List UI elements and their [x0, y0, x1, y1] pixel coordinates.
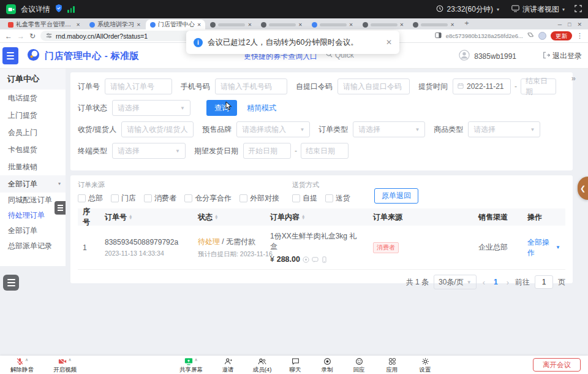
view-mode-caret-icon[interactable]: ▾ — [562, 7, 565, 12]
browser-tab[interactable]: ✕ — [358, 20, 409, 29]
reload-icon[interactable]: ↻ — [29, 32, 36, 40]
sidebar-item-hq-dispatch-records[interactable]: 总部派单记录 — [0, 239, 66, 254]
sidebar-item-batch-verify[interactable]: 批量核销 — [0, 158, 66, 175]
sidebar-item-cardbag-pickup[interactable]: 卡包提货 — [0, 141, 66, 158]
floating-menu-widget[interactable] — [3, 275, 19, 291]
current-page-number[interactable]: 1 — [491, 278, 500, 286]
sort-icon[interactable]: ▲▼ — [129, 215, 132, 220]
ship-start-date-picker[interactable]: 开始日期 — [243, 143, 291, 159]
browser-tab[interactable]: 系统培训学习 ✕ — [85, 20, 145, 29]
toast-close-icon[interactable]: ✕ — [386, 38, 392, 47]
tab-close-icon[interactable]: ✕ — [137, 22, 141, 28]
tab-close-icon[interactable]: ✕ — [450, 22, 454, 28]
checkbox-store[interactable]: 门店 — [111, 193, 136, 204]
panel-collapse-icon[interactable]: » — [571, 74, 576, 83]
record-button[interactable]: 录制 — [313, 357, 341, 374]
side-panel-icon[interactable] — [435, 32, 442, 40]
checkbox-hq[interactable]: 总部 — [78, 193, 103, 204]
share-screen-button[interactable]: ∧ 共享屏幕 — [173, 357, 209, 374]
sidebar-item-member-visit[interactable]: 会员上门 — [0, 124, 66, 141]
checkbox-consumer[interactable]: 消费者 — [144, 193, 176, 204]
meeting-timer[interactable]: 23:32(60分钟) — [447, 4, 493, 15]
members-button[interactable]: 成员(4) — [246, 357, 279, 374]
pickup-start-date-picker[interactable]: 2022-11-21 — [453, 78, 511, 94]
column-header-status[interactable]: 状态▲▼ — [193, 212, 265, 223]
site-info-icon[interactable] — [46, 32, 52, 40]
window-maximize-icon[interactable]: □ — [568, 21, 571, 28]
presale-brand-select[interactable]: 请选择或输入 ▼ — [236, 121, 310, 137]
tab-close-icon[interactable]: ✕ — [349, 22, 353, 28]
browser-tab[interactable]: ✕ — [307, 20, 358, 29]
sidebar-item-all-orders[interactable]: 全部订单 — [0, 223, 66, 239]
back-icon[interactable]: ← — [5, 32, 12, 40]
all-actions-dropdown[interactable]: 全部操作 ▼ — [527, 237, 560, 258]
goods-type-select[interactable]: 请选择 ▼ — [468, 121, 540, 137]
fullscreen-icon[interactable] — [575, 5, 582, 14]
reactions-button[interactable]: 回应 — [345, 357, 373, 374]
checkbox-warehouse-share[interactable]: 仓分享合作 — [184, 193, 232, 204]
apps-button[interactable]: 应用 — [378, 357, 406, 374]
original-order-return-button[interactable]: 原单退回 — [374, 188, 418, 204]
order-type-select[interactable]: 请选择 ▼ — [353, 121, 425, 137]
side-drawer-handle[interactable]: ❮ — [578, 177, 588, 200]
tab-close-icon[interactable]: ✕ — [197, 22, 202, 28]
tab-close-icon[interactable]: ✕ — [298, 22, 303, 28]
chat-button[interactable]: 聊天 — [281, 357, 309, 374]
forward-icon[interactable]: → — [17, 32, 24, 40]
tab-close-icon[interactable]: ✕ — [400, 22, 404, 28]
sidebar-drag-handle[interactable] — [55, 201, 66, 215]
order-no-input[interactable] — [105, 78, 172, 94]
ship-end-date-picker[interactable]: 结束日期 — [301, 143, 349, 159]
window-close-icon[interactable]: ✕ — [577, 21, 582, 28]
receiver-input[interactable] — [121, 121, 194, 137]
browser-tab-active[interactable]: 门店管理中心 ✕ — [146, 20, 206, 29]
phone-input[interactable] — [215, 78, 287, 94]
view-mode-label[interactable]: 演讲者视图 — [522, 4, 559, 15]
column-header-content[interactable]: 订单内容▲▼ — [265, 212, 368, 223]
order-no-text[interactable]: 83859345088979792a — [105, 238, 188, 246]
prev-page-icon[interactable]: ‹ — [481, 278, 486, 287]
extensions-puzzle-icon[interactable] — [527, 32, 534, 40]
browser-profile-avatar[interactable] — [538, 32, 546, 40]
invite-button[interactable]: 邀请 — [214, 357, 242, 374]
browser-menu-icon[interactable]: ⋮ — [576, 32, 583, 40]
window-minimize-icon[interactable]: ─ — [558, 21, 562, 28]
goto-page-input[interactable] — [535, 275, 553, 289]
browser-tab[interactable]: ✕ — [206, 20, 256, 29]
browser-tab[interactable]: ✕ — [257, 20, 307, 29]
sidebar-group-all-orders[interactable]: 全部订单 ▾ — [0, 175, 66, 193]
mic-options-caret[interactable]: ∧ — [25, 357, 28, 362]
checkbox-external[interactable]: 外部对接 — [239, 193, 279, 204]
tab-close-icon[interactable]: ✕ — [247, 22, 252, 28]
simple-mode-link[interactable]: 精简模式 — [247, 103, 276, 113]
sort-icon[interactable]: ▲▼ — [301, 215, 305, 220]
pickup-code-input[interactable] — [337, 78, 410, 94]
checkbox-self-pickup[interactable]: 自提 — [292, 193, 317, 204]
sidebar-collapse-button[interactable] — [2, 47, 18, 64]
security-shield-icon[interactable] — [55, 4, 62, 14]
next-page-icon[interactable]: › — [505, 278, 510, 287]
share-options-caret[interactable]: ∧ — [194, 357, 197, 362]
video-options-caret[interactable]: ∧ — [68, 357, 71, 362]
leave-meeting-button[interactable]: 离开会议 — [533, 358, 581, 372]
checkbox-delivery[interactable]: 送货 — [325, 193, 350, 204]
column-header-order-no[interactable]: 订单号▲▼ — [100, 212, 193, 223]
logout-button[interactable]: 退出登录 — [543, 51, 582, 61]
tab-close-icon[interactable]: ✕ — [76, 22, 80, 28]
page-size-select[interactable]: 30条/页 ▼ — [434, 275, 477, 289]
sort-icon[interactable]: ▲▼ — [214, 215, 218, 220]
sidebar-item-door-pickup[interactable]: 上门提货 — [0, 107, 66, 124]
unmute-button[interactable]: ∧ 解除静音 — [5, 357, 39, 374]
browser-tab[interactable]: ✕ — [409, 20, 459, 29]
sidebar-item-phone-pickup[interactable]: 电话提货 — [0, 90, 66, 107]
timer-caret-icon[interactable]: ▾ — [497, 7, 499, 12]
terminal-type-select[interactable]: 请选择 ▼ — [112, 143, 186, 159]
browser-update-button[interactable]: 更新 — [551, 31, 572, 40]
browser-tab[interactable]: 礼盒零售平台管理中心 ✕ — [4, 20, 85, 29]
meeting-title[interactable]: 会议详情 — [21, 4, 50, 15]
settings-button[interactable]: 设置 — [411, 357, 439, 374]
network-signal-icon[interactable] — [67, 6, 75, 13]
pickup-end-date-picker[interactable]: 结束日期 — [521, 78, 556, 94]
order-status-select[interactable]: 请选择 ▼ — [112, 100, 190, 116]
start-video-button[interactable]: ∧ 开启视频 — [48, 357, 82, 374]
